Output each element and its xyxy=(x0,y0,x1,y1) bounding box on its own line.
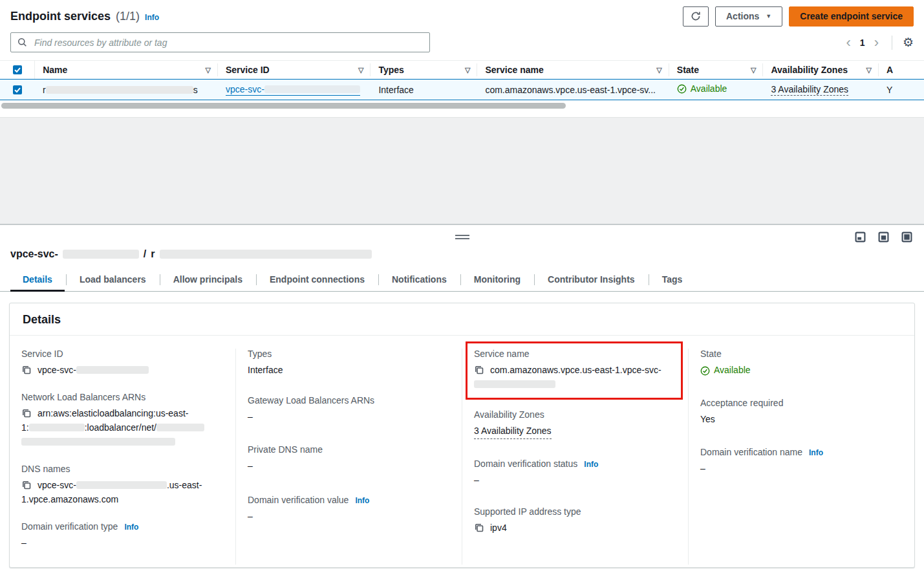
tab-tags[interactable]: Tags xyxy=(649,270,696,291)
tab-load-balancers[interactable]: Load balancers xyxy=(66,270,160,291)
create-endpoint-service-button[interactable]: Create endpoint service xyxy=(789,6,914,27)
panel-size-medium-icon[interactable] xyxy=(878,232,889,243)
availability-zones-link[interactable]: 3 Availability Zones xyxy=(474,424,552,439)
tab-endpoint-connections[interactable]: Endpoint connections xyxy=(256,270,378,291)
sort-icon[interactable]: ▽ xyxy=(465,66,470,74)
select-all-checkbox[interactable] xyxy=(13,65,22,74)
pagination: ‹ 1 › ⚙ xyxy=(844,36,914,50)
page-number[interactable]: 1 xyxy=(859,38,866,48)
service-id-link[interactable]: vpce-svc- xyxy=(226,84,360,96)
redacted-text xyxy=(160,250,372,259)
tab-notifications[interactable]: Notifications xyxy=(378,270,460,291)
details-card-body: Service ID vpce-svc- Network Load Balanc… xyxy=(10,336,914,567)
refresh-button[interactable] xyxy=(683,6,709,27)
panel-size-full-icon[interactable] xyxy=(901,232,912,243)
column-header-service-name[interactable]: Service name▽ xyxy=(477,63,669,76)
endpoint-services-table: Name▽ Service ID▽ Types▽ Service name▽ S… xyxy=(0,60,924,109)
redacted-text xyxy=(63,250,139,259)
copy-icon[interactable] xyxy=(21,480,32,490)
selected-resource-title: vpce-svc- / r xyxy=(10,248,914,260)
panel-drag-handle-icon[interactable] xyxy=(455,235,469,239)
copy-icon[interactable] xyxy=(474,365,484,375)
cell-types: Interface xyxy=(371,85,477,95)
redacted-text xyxy=(46,86,193,94)
next-page-icon[interactable]: › xyxy=(872,36,881,49)
caret-down-icon: ▼ xyxy=(766,13,771,19)
field-dns-names: DNS names vpce-svc-.us-east- 1.vpce.amaz… xyxy=(21,464,224,506)
refresh-icon xyxy=(691,11,701,21)
cell-availability-zones: 3 Availability Zones xyxy=(763,84,879,96)
column-header-types[interactable]: Types▽ xyxy=(371,63,477,76)
search-box[interactable] xyxy=(10,32,430,52)
table-header-row: Name▽ Service ID▽ Types▽ Service name▽ S… xyxy=(0,61,924,79)
info-link[interactable]: Info xyxy=(145,13,159,22)
cell-clipped: Y xyxy=(879,85,924,95)
field-state: State Available xyxy=(700,349,903,380)
list-header: Endpoint services (1/1) Info Actions ▼ C… xyxy=(0,5,924,27)
field-domain-verification-name: Domain verification nameInfo – xyxy=(700,447,903,475)
service-name-highlight-box: Service name com.amazonaws.vpce.us-east-… xyxy=(466,341,683,400)
availability-zones-link[interactable]: 3 Availability Zones xyxy=(771,84,848,96)
detail-panel: vpce-svc- / r Details Load balancers All… xyxy=(0,224,924,573)
redacted-text xyxy=(76,366,149,374)
check-circle-icon xyxy=(700,365,710,375)
empty-area xyxy=(0,117,924,224)
check-circle-icon xyxy=(677,84,687,94)
column-header-availability-zones[interactable]: Availability Zones▽ xyxy=(763,63,879,76)
field-types: Types Interface xyxy=(248,349,450,377)
row-checkbox[interactable] xyxy=(13,85,22,94)
info-link[interactable]: Info xyxy=(355,496,369,505)
panel-size-small-icon[interactable] xyxy=(855,232,866,243)
previous-page-icon[interactable]: ‹ xyxy=(844,36,854,49)
column-header-name[interactable]: Name▽ xyxy=(35,63,218,76)
field-service-id: Service ID vpce-svc- xyxy=(21,349,224,377)
sort-icon[interactable]: ▽ xyxy=(358,66,363,74)
preferences-gear-icon[interactable]: ⚙ xyxy=(903,36,914,49)
cell-service-id: vpce-svc- xyxy=(218,84,371,96)
search-icon xyxy=(17,38,27,47)
result-count: (1/1) xyxy=(116,10,140,23)
info-link[interactable]: Info xyxy=(584,460,598,469)
endpoint-services-list-section: Endpoint services (1/1) Info Actions ▼ C… xyxy=(0,0,924,117)
column-header-service-id[interactable]: Service ID▽ xyxy=(218,63,371,76)
sort-icon[interactable]: ▽ xyxy=(866,66,872,74)
sort-icon[interactable]: ▽ xyxy=(206,66,211,74)
details-column-2: Types Interface Gateway Load Balancers A… xyxy=(235,349,462,565)
details-card-header: Details xyxy=(10,303,914,336)
table-row[interactable]: rs vpce-svc- Interface com.amazonaws.vpc… xyxy=(0,79,924,100)
tab-details[interactable]: Details xyxy=(9,270,66,291)
horizontal-scrollbar xyxy=(1,102,923,109)
search-input[interactable] xyxy=(33,37,423,49)
redacted-text xyxy=(29,424,85,431)
row-select-cell xyxy=(0,85,35,94)
column-header-clipped[interactable]: A xyxy=(879,63,924,76)
copy-icon[interactable] xyxy=(21,365,32,375)
select-all-cell xyxy=(0,61,35,79)
field-glb-arns: Gateway Load Balancers ARNs – xyxy=(248,395,450,424)
tab-contributor-insights[interactable]: Contributor Insights xyxy=(534,270,649,291)
sort-icon[interactable]: ▽ xyxy=(751,66,756,74)
field-domain-verification-status: Domain verification statusInfo – xyxy=(474,459,676,487)
copy-icon[interactable] xyxy=(474,523,484,533)
info-link[interactable]: Info xyxy=(809,448,823,457)
field-domain-verification-type: Domain verification typeInfo – xyxy=(21,521,224,550)
field-availability-zones: Availability Zones 3 Availability Zones xyxy=(474,409,676,439)
field-acceptance-required: Acceptance required Yes xyxy=(700,398,903,426)
tab-allow-principals[interactable]: Allow principals xyxy=(160,270,256,291)
cell-service-name: com.amazonaws.vpce.us-east-1.vpce-sv... xyxy=(477,85,669,95)
divider xyxy=(892,36,892,50)
field-supported-ip-type: Supported IP address type ipv4 xyxy=(474,506,676,535)
details-column-1: Service ID vpce-svc- Network Load Balanc… xyxy=(10,349,235,565)
info-link[interactable]: Info xyxy=(124,523,138,532)
sort-icon[interactable]: ▽ xyxy=(656,66,661,74)
copy-icon[interactable] xyxy=(21,408,32,418)
redacted-text xyxy=(264,85,360,93)
redacted-text xyxy=(21,438,175,446)
column-header-state[interactable]: State▽ xyxy=(669,63,764,76)
horizontal-scrollbar-thumb[interactable] xyxy=(1,103,566,109)
actions-button[interactable]: Actions ▼ xyxy=(715,6,782,27)
field-service-name: Service name com.amazonaws.vpce.us-east-… xyxy=(474,349,674,391)
redacted-text xyxy=(76,481,167,489)
page-title: Endpoint services xyxy=(10,10,111,23)
tab-monitoring[interactable]: Monitoring xyxy=(460,270,534,291)
